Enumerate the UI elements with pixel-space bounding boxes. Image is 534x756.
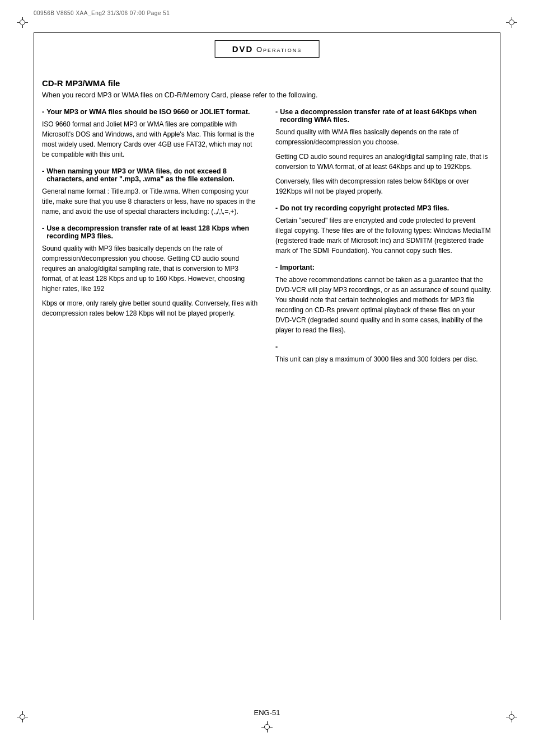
dash-icon: - — [42, 108, 44, 116]
right-rule — [500, 32, 500, 620]
mp3-rate-text-1: Sound quality with MP3 files basically d… — [42, 243, 259, 294]
bottom-crosshair — [261, 721, 273, 732]
bullet-important: - Important: The above recommendations c… — [275, 264, 492, 335]
iso-format-text: ISO 9660 format and Joliet MP3 or WMA fi… — [42, 119, 259, 159]
bullet-wma-rate-body: Sound quality with WMA files basically d… — [275, 127, 492, 196]
bullet-copyright-body: Certain "secured" files are encrypted an… — [275, 215, 492, 256]
top-rule — [34, 32, 500, 33]
bullet-mp3-rate: - Use a decompression transfer rate of a… — [42, 224, 259, 318]
page-label: ENG-51 — [254, 708, 280, 717]
max-files-text: This unit can play a maximum of 3000 fil… — [275, 354, 492, 364]
title-box-text: DVD Operations — [232, 44, 302, 54]
bullet-important-header: - Important: — [275, 264, 492, 271]
dash-icon: - — [275, 264, 278, 271]
title-box: DVD Operations — [215, 40, 320, 58]
bullet-naming-body: General name format : Title.mp3. or Titl… — [42, 186, 259, 217]
bullet-mp3-rate-header: - Use a decompression transfer rate of a… — [42, 224, 259, 240]
wma-rate-text-3: Conversely, files with decompression rat… — [275, 176, 492, 196]
bullet-max-files-body: This unit can play a maximum of 3000 fil… — [275, 354, 492, 364]
page: 00956B V8650 XAA_Eng2 31/3/06 07:00 Page… — [0, 0, 534, 756]
left-rule — [34, 32, 34, 620]
right-column: - Use a decompression transfer rate of a… — [275, 108, 492, 372]
bullet-iso-format-header: - Your MP3 or WMA files should be ISO 96… — [42, 108, 259, 116]
mp3-rate-text-2: Kbps or more, only rarely give better so… — [42, 298, 259, 318]
bullet-iso-format: - Your MP3 or WMA files should be ISO 96… — [42, 108, 259, 159]
bullet-iso-format-label: Your MP3 or WMA files should be ISO 9660… — [46, 108, 250, 116]
section-title: CD-R MP3/WMA file — [42, 78, 492, 88]
bullet-copyright-label: Do not try recording copyright protected… — [280, 204, 449, 212]
reg-mark-top-right — [506, 17, 517, 28]
two-column-layout: - Your MP3 or WMA files should be ISO 96… — [42, 108, 492, 372]
dash-icon: - — [42, 167, 44, 183]
bullet-important-label: Important: — [280, 264, 315, 271]
bullet-mp3-rate-body: Sound quality with MP3 files basically d… — [42, 243, 259, 318]
dash-icon: - — [275, 343, 278, 351]
dash-icon: - — [275, 108, 278, 124]
bullet-max-files: - This unit can play a maximum of 3000 f… — [275, 343, 492, 364]
important-text: The above recommendations cannot be take… — [275, 275, 492, 335]
left-column: - Your MP3 or WMA files should be ISO 96… — [42, 108, 259, 372]
bullet-important-body: The above recommendations cannot be take… — [275, 275, 492, 335]
bullet-iso-format-body: ISO 9660 format and Joliet MP3 or WMA fi… — [42, 119, 259, 159]
bullet-wma-rate-header: - Use a decompression transfer rate of a… — [275, 108, 492, 124]
dvd-label: DVD — [232, 44, 254, 54]
bullet-wma-rate: - Use a decompression transfer rate of a… — [275, 108, 492, 196]
wma-rate-text-1: Sound quality with WMA files basically d… — [275, 127, 492, 147]
meta-line: 00956B V8650 XAA_Eng2 31/3/06 07:00 Page… — [34, 10, 170, 16]
bullet-max-files-header: - — [275, 343, 492, 351]
intro-text: When you record MP3 or WMA files on CD-R… — [42, 91, 492, 99]
bullet-copyright-header: - Do not try recording copyright protect… — [275, 204, 492, 212]
wma-rate-text-2: Getting CD audio sound requires an analo… — [275, 152, 492, 172]
main-content: CD-R MP3/WMA file When you record MP3 or… — [42, 78, 492, 372]
dash-icon: - — [275, 204, 278, 212]
footer: ENG-51 — [0, 708, 534, 717]
bullet-naming-header: - When naming your MP3 or WMA files, do … — [42, 167, 259, 183]
reg-mark-top-left — [17, 17, 28, 28]
operations-label: Operations — [256, 45, 302, 54]
naming-text: General name format : Title.mp3. or Titl… — [42, 186, 259, 217]
copyright-text: Certain "secured" files are encrypted an… — [275, 215, 492, 256]
bullet-naming-label: When naming your MP3 or WMA files, do no… — [46, 167, 259, 183]
bullet-naming: - When naming your MP3 or WMA files, do … — [42, 167, 259, 217]
dash-icon: - — [42, 224, 44, 240]
bullet-wma-rate-label: Use a decompression transfer rate of at … — [280, 108, 492, 124]
bullet-copyright: - Do not try recording copyright protect… — [275, 204, 492, 256]
bullet-mp3-rate-label: Use a decompression transfer rate of at … — [46, 224, 259, 240]
